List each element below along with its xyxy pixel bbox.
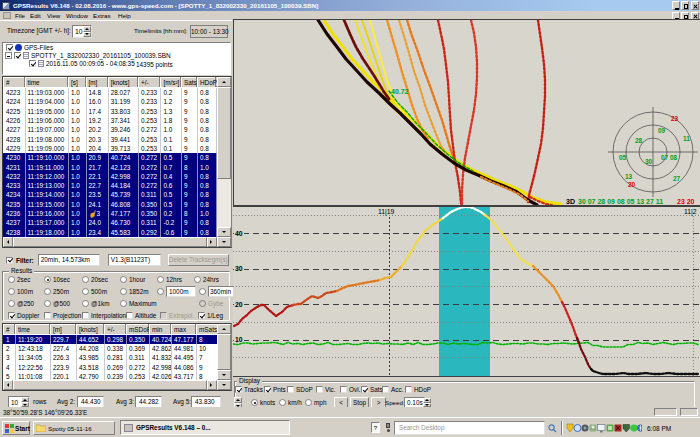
svg-text:10: 10	[235, 336, 243, 343]
svg-text:23: 23	[671, 115, 679, 122]
svg-text:13: 13	[625, 173, 633, 180]
svg-text:40: 40	[235, 230, 243, 237]
svg-text:3D: 3D	[566, 198, 575, 205]
svg-text:30: 30	[645, 158, 653, 165]
svg-text:27: 27	[673, 175, 681, 182]
svg-text:11|19: 11|19	[378, 208, 395, 216]
svg-text:23 20: 23 20	[677, 198, 695, 205]
svg-text:08: 08	[670, 154, 678, 161]
svg-text:30 07 28 09 08 05 13 27 11: 30 07 28 09 08 05 13 27 11	[578, 198, 663, 205]
svg-text:20: 20	[235, 301, 243, 308]
svg-text:40.72: 40.72	[391, 88, 409, 95]
svg-text:09: 09	[658, 127, 666, 134]
svg-text:20: 20	[628, 181, 636, 188]
svg-text:07: 07	[661, 154, 669, 161]
svg-text:11|2: 11|2	[684, 208, 697, 216]
svg-text:28: 28	[635, 137, 643, 144]
svg-text:05: 05	[619, 154, 627, 161]
svg-text:11: 11	[683, 135, 690, 142]
svg-text:30: 30	[235, 265, 243, 272]
